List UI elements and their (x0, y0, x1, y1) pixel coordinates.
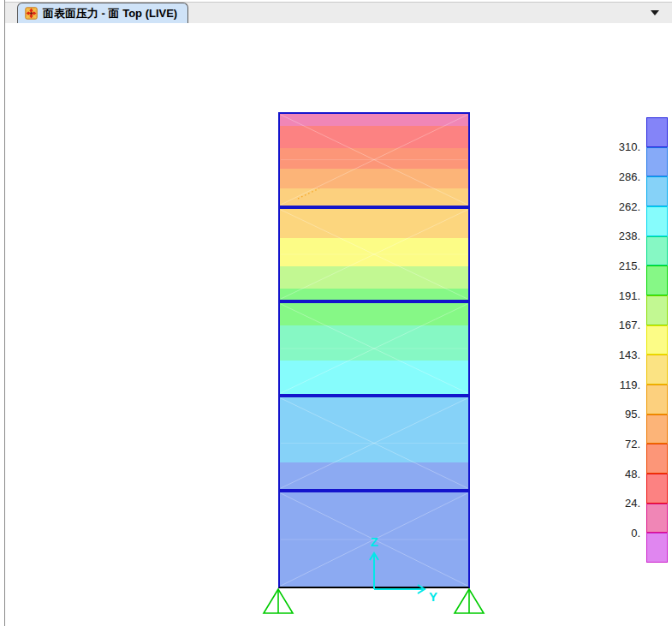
legend-value: 310. (619, 140, 640, 154)
chevron-down-icon (651, 10, 659, 15)
contour-band (280, 266, 468, 289)
legend-swatch (646, 355, 668, 385)
contour-band (280, 325, 468, 361)
legend-labels: 310.286.262.238.215.191.167.143.119.95.7… (582, 117, 640, 563)
legend-value: 167. (619, 318, 640, 332)
legend-swatch (646, 147, 668, 177)
legend-value: 262. (619, 200, 640, 214)
legend-value: 286. (619, 170, 640, 184)
legend-value: 143. (619, 348, 640, 362)
legend-swatch (646, 533, 668, 563)
contour-band (280, 169, 468, 188)
legend-swatch (646, 265, 668, 295)
shell-panel[interactable] (278, 491, 470, 588)
contour-band (280, 126, 468, 147)
legend-value: 48. (625, 467, 640, 481)
legend-swatch (646, 176, 668, 206)
legend-swatch (646, 236, 668, 266)
area-element-icon (25, 7, 38, 20)
legend-swatch (646, 117, 668, 147)
legend-value: 215. (619, 259, 640, 273)
legend-swatch (646, 444, 668, 474)
legend-swatch (646, 414, 668, 444)
contour-band (280, 397, 468, 462)
contour-band (280, 289, 468, 300)
legend-value: 0. (631, 526, 640, 540)
contour-band (280, 303, 468, 325)
legend-value: 95. (625, 407, 640, 421)
legend-swatch (646, 385, 668, 414)
shell-panel[interactable] (278, 396, 470, 491)
legend-value: 119. (620, 378, 640, 392)
contour-band (280, 209, 468, 238)
window-menu-dropdown[interactable] (644, 5, 666, 20)
contour-band (280, 148, 468, 169)
legend-value: 191. (619, 289, 640, 303)
contour-band (280, 361, 468, 394)
legend-swatch (646, 206, 668, 236)
legend-swatch (646, 295, 668, 325)
legend-value: 72. (625, 437, 640, 451)
legend-swatch (646, 474, 668, 504)
legend-swatch (646, 504, 668, 534)
contour-band (280, 114, 468, 126)
wall (278, 112, 470, 588)
tab-title: 面表面压力 - 面 Top (LIVE) (43, 6, 177, 21)
contour-band (280, 462, 468, 489)
contour-band (280, 238, 468, 267)
contour-band (280, 188, 468, 206)
shell-panel[interactable] (278, 301, 470, 396)
legend-bar (646, 117, 668, 563)
shell-panel[interactable] (278, 112, 470, 207)
legend-swatch (646, 325, 668, 355)
tab-surface-pressure[interactable]: 面表面压力 - 面 Top (LIVE) (17, 3, 188, 23)
legend-value: 238. (619, 229, 640, 243)
shell-panel[interactable] (278, 207, 470, 301)
contour-band (280, 492, 468, 587)
legend-value: 24. (625, 496, 640, 510)
